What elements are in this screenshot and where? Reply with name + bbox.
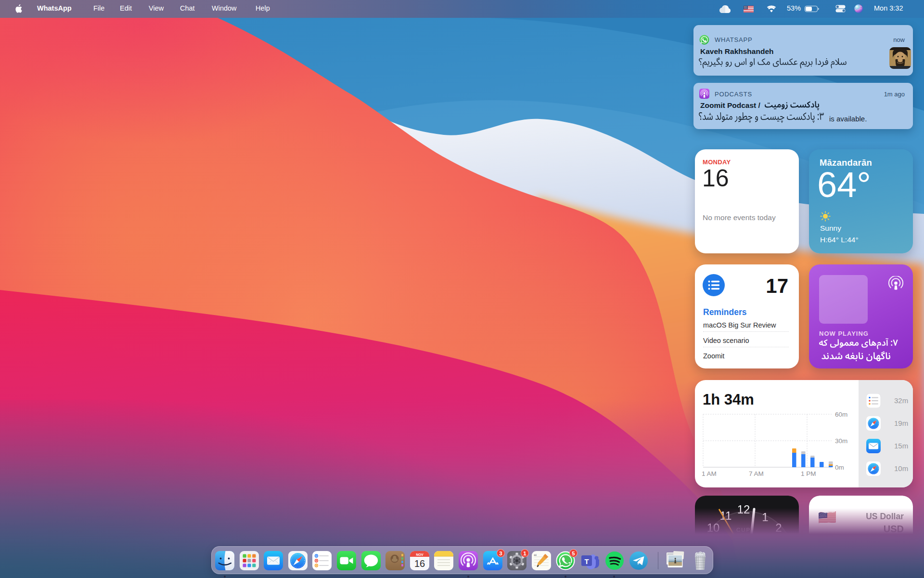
svg-text:30m: 30m: [835, 437, 847, 445]
svg-text:16: 16: [414, 558, 425, 569]
svg-text:1 PM: 1 PM: [801, 470, 816, 477]
svg-text:7 AM: 7 AM: [749, 470, 764, 477]
svg-text:1: 1: [762, 511, 768, 524]
svg-text:2: 2: [775, 521, 782, 534]
svg-text:60m: 60m: [835, 411, 847, 418]
svg-text:T: T: [584, 557, 589, 565]
svg-text:10: 10: [707, 521, 720, 534]
svg-text:1 AM: 1 AM: [702, 470, 717, 477]
svg-text:12: 12: [737, 503, 750, 516]
svg-text:0m: 0m: [835, 464, 844, 471]
svg-text:NOV: NOV: [416, 553, 424, 556]
svg-text:CUP: CUP: [736, 527, 751, 533]
svg-text:“: “: [534, 552, 537, 560]
